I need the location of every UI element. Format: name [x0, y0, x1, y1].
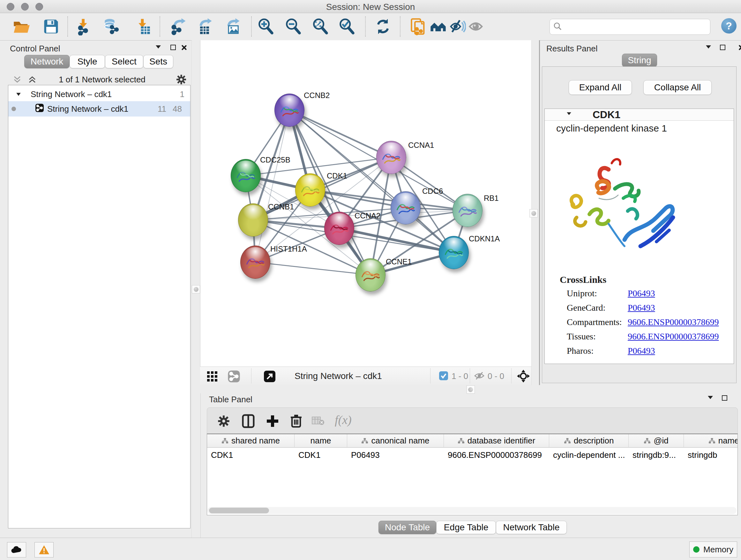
node-CDK1[interactable]: [295, 173, 325, 206]
results-tab-string[interactable]: String: [622, 54, 657, 67]
memory-status-icon: [693, 546, 699, 553]
collapse-all-networks-icon[interactable]: [12, 75, 22, 85]
export-image-icon[interactable]: [224, 17, 242, 36]
expand-all-networks-icon[interactable]: [27, 75, 37, 85]
column-header-name[interactable]: name: [294, 434, 347, 448]
node-CDKN1A[interactable]: [439, 236, 469, 269]
table-gear-icon[interactable]: [217, 415, 230, 429]
node-label-CDC6: CDC6: [422, 187, 443, 196]
node-CCNB1[interactable]: [238, 203, 268, 237]
hide-selected-icon[interactable]: [448, 17, 466, 36]
tab-edge-table[interactable]: Edge Table: [436, 521, 496, 534]
control-panel-collapse-icon[interactable]: [156, 45, 161, 49]
crosslink-link[interactable]: 9606.ENSP00000378699: [628, 317, 719, 327]
warnings-button[interactable]: [35, 542, 54, 557]
tab-node-table[interactable]: Node Table: [379, 521, 436, 534]
import-network-icon[interactable]: [76, 17, 93, 36]
selected-checkbox-icon[interactable]: [439, 371, 448, 382]
main-toolbar: ?: [0, 13, 741, 41]
delete-column-icon[interactable]: [289, 414, 303, 429]
table-cell[interactable]: 9606.ENSP00000378699: [444, 448, 549, 462]
open-in-window-icon[interactable]: [263, 370, 276, 384]
node-CCNA1[interactable]: [376, 141, 406, 174]
collapse-all-button[interactable]: Collapse All: [643, 80, 712, 95]
network-row-selected[interactable]: String Network – cdk1 11 48: [8, 101, 190, 117]
memory-button[interactable]: Memory: [689, 542, 737, 557]
results-panel-collapse-icon[interactable]: [706, 45, 711, 49]
table-cell[interactable]: stringdb:9...: [629, 448, 684, 462]
network-panel-gear-icon[interactable]: [176, 74, 187, 86]
table-cell[interactable]: CDK1: [207, 448, 294, 462]
network-collection-row[interactable]: String Network – cdk1 1: [8, 88, 190, 101]
network-edge[interactable]: [255, 262, 370, 275]
node-CDC6[interactable]: [391, 191, 421, 225]
node-HIST1H1A[interactable]: [240, 246, 270, 279]
network-edge[interactable]: [339, 228, 454, 253]
control-panel-close-icon[interactable]: [181, 44, 187, 51]
create-column-icon[interactable]: [266, 414, 279, 429]
column-header-canonical-name[interactable]: canonical name: [347, 434, 444, 448]
fit-selected-crosshair-icon[interactable]: [517, 369, 530, 384]
zoom-in-icon[interactable]: [257, 17, 275, 36]
node-CCNB2[interactable]: [274, 94, 305, 127]
tab-network-table[interactable]: Network Table: [496, 521, 567, 534]
right-splitter-handle[interactable]: [529, 209, 538, 217]
column-header-database-identifier[interactable]: database identifier: [444, 434, 549, 448]
node-CCNE1[interactable]: [355, 258, 386, 292]
results-panel-close-icon[interactable]: [738, 44, 741, 51]
show-columns-icon[interactable]: [242, 414, 255, 429]
zoom-out-icon[interactable]: [284, 17, 302, 36]
table-panel-collapse-icon[interactable]: [708, 396, 713, 399]
network-edge[interactable]: [289, 110, 391, 158]
search-field[interactable]: [549, 19, 711, 35]
node-CCNA2[interactable]: [324, 212, 354, 245]
export-table-icon[interactable]: [196, 17, 214, 36]
crosslink-link[interactable]: P06493: [628, 303, 655, 313]
collection-expander-icon[interactable]: [16, 92, 21, 96]
left-splitter-handle[interactable]: [192, 285, 200, 294]
network-canvas[interactable]: CCNB2CCNA1CDC25BCDK1CDC6RB1CCNB1CCNA2CDK…: [200, 40, 532, 367]
network-birdseye-icon[interactable]: [227, 370, 240, 384]
tab-style[interactable]: Style: [70, 55, 105, 68]
node-RB1[interactable]: [453, 194, 482, 227]
table-cell[interactable]: P06493: [347, 448, 444, 462]
open-session-icon[interactable]: [12, 17, 30, 36]
node-CDC25B[interactable]: [231, 159, 261, 192]
crosslink-link[interactable]: 9606.ENSP00000378699: [628, 331, 719, 341]
gene-expander-icon[interactable]: [567, 112, 571, 115]
duplicate-network-icon[interactable]: [409, 17, 427, 36]
column-header-namespace[interactable]: namespace: [684, 434, 738, 448]
search-input[interactable]: [565, 22, 710, 32]
table-tabs: Node TableEdge TableNetwork Table: [379, 521, 567, 534]
column-header-description[interactable]: description: [549, 434, 629, 448]
control-panel-float-icon[interactable]: [171, 45, 176, 50]
gene-header-row[interactable]: CDK1: [545, 109, 734, 121]
results-panel-float-icon[interactable]: [720, 45, 725, 50]
column-header-shared-name[interactable]: shared name: [207, 434, 294, 448]
refresh-icon[interactable]: [374, 17, 392, 36]
cloud-button[interactable]: [7, 542, 26, 557]
tab-select[interactable]: Select: [105, 55, 143, 68]
column-header-@id[interactable]: @id: [629, 434, 684, 448]
expand-all-button[interactable]: Expand All: [569, 80, 632, 95]
zoom-selected-icon[interactable]: [338, 17, 356, 36]
save-session-icon[interactable]: [42, 17, 60, 36]
help-button[interactable]: ?: [721, 18, 737, 34]
table-panel-float-icon[interactable]: [722, 395, 727, 401]
table-hscrollbar-thumb[interactable]: [209, 508, 269, 513]
tab-sets[interactable]: Sets: [143, 55, 173, 68]
table-cell[interactable]: stringdb: [684, 448, 738, 462]
table-cell[interactable]: CDK1: [294, 448, 347, 462]
tab-network[interactable]: Network: [24, 55, 70, 68]
table-cell[interactable]: cyclin-dependent ...: [549, 448, 629, 462]
zoom-fit-icon[interactable]: [312, 17, 329, 36]
table-hscrollbar[interactable]: [207, 507, 737, 514]
import-table-icon[interactable]: [133, 17, 151, 36]
import-database-icon[interactable]: [103, 17, 121, 36]
crosslink-link[interactable]: P06493: [628, 288, 655, 299]
crosslink-link[interactable]: P06493: [628, 346, 655, 356]
table-splitter-handle[interactable]: [467, 385, 475, 394]
first-neighbors-icon[interactable]: [429, 17, 447, 36]
export-network-icon[interactable]: [170, 17, 188, 36]
grid-view-icon[interactable]: [206, 371, 218, 383]
